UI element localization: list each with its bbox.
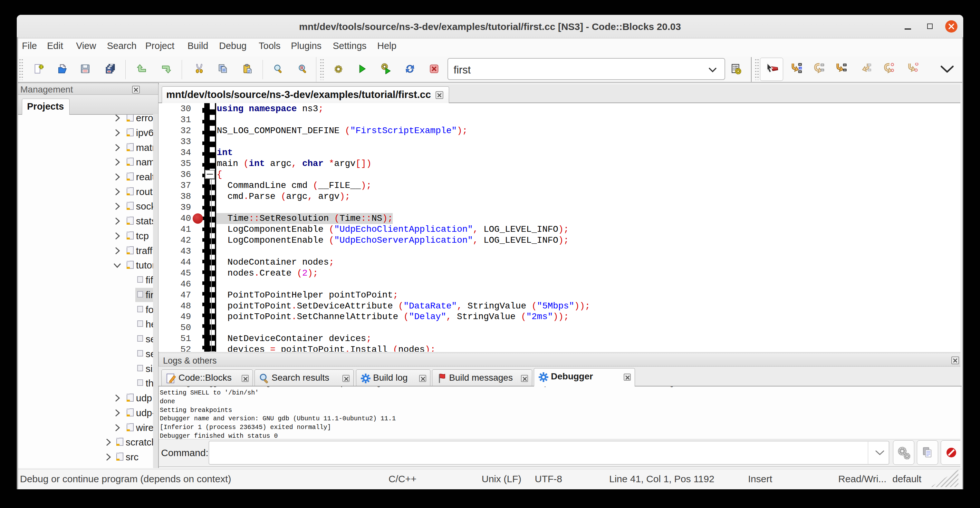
svg-text:R: R [300, 65, 304, 70]
